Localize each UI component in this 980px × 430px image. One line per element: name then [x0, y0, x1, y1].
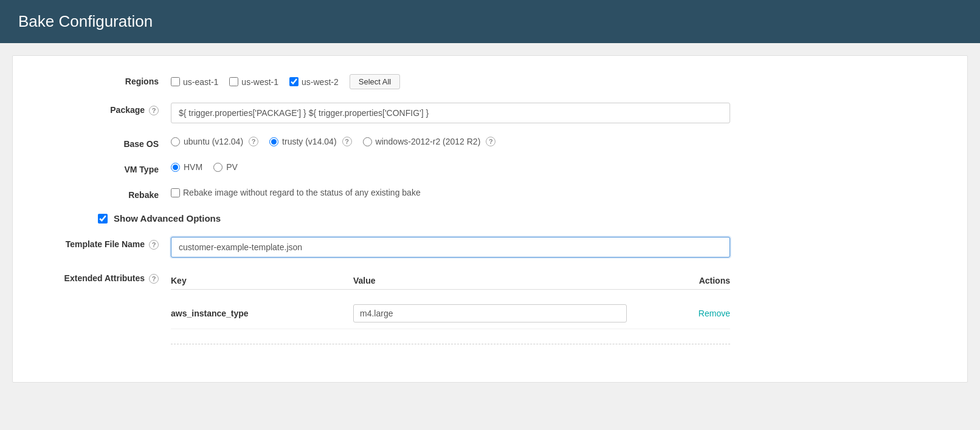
base-os-options: ubuntu (v12.04) ? trusty (v14.04) ? wind… [171, 137, 495, 146]
vm-type-pv[interactable]: PV [213, 162, 238, 172]
base-os-windows-label: windows-2012-r2 (2012 R2) [376, 137, 481, 146]
base-os-windows-help-icon[interactable]: ? [486, 137, 495, 146]
page-header: Bake Configuration [0, 0, 980, 43]
rebake-label: Rebake [37, 188, 171, 200]
vm-type-control: HVM PV [171, 162, 943, 172]
regions-options: us-east-1 us-west-1 us-west-2 Select All [171, 74, 400, 89]
base-os-trusty-radio[interactable] [269, 137, 278, 146]
base-os-ubuntu-radio[interactable] [171, 137, 180, 146]
base-os-trusty-help-icon[interactable]: ? [342, 137, 352, 146]
vm-type-row: VM Type HVM PV [37, 162, 943, 174]
attr-value-cell [353, 304, 639, 322]
package-label: Package ? [37, 103, 171, 115]
page-title: Bake Configuration [18, 12, 962, 31]
vm-type-pv-label: PV [226, 162, 238, 172]
package-row: Package ? [37, 103, 943, 123]
regions-control: us-east-1 us-west-1 us-west-2 Select All [171, 74, 943, 89]
base-os-ubuntu-help-icon[interactable]: ? [249, 137, 258, 146]
vm-type-options: HVM PV [171, 162, 238, 172]
form-container: Regions us-east-1 us-west-1 us-west-2 Se… [12, 55, 968, 383]
package-help-icon[interactable]: ? [149, 106, 159, 115]
rebake-checkbox[interactable] [171, 188, 180, 197]
rebake-checkbox-group[interactable]: Rebake image without regard to the statu… [171, 188, 421, 197]
base-os-windows-radio[interactable] [363, 137, 372, 146]
extended-attributes-help-icon[interactable]: ? [149, 274, 159, 284]
region-us-west-1[interactable]: us-west-1 [229, 77, 278, 87]
table-row: aws_instance_type Remove [171, 298, 730, 329]
region-us-west-1-label: us-west-1 [241, 77, 278, 87]
regions-label: Regions [37, 74, 171, 86]
rebake-checkbox-label: Rebake image without regard to the statu… [183, 188, 421, 197]
region-us-west-1-checkbox[interactable] [229, 77, 238, 86]
attr-key: aws_instance_type [171, 309, 353, 318]
col-header-actions: Actions [639, 276, 730, 285]
rebake-control: Rebake image without regard to the statu… [171, 188, 943, 197]
template-file-name-help-icon[interactable]: ? [149, 240, 159, 250]
base-os-windows[interactable]: windows-2012-r2 (2012 R2) ? [363, 137, 496, 146]
template-file-name-label: Template File Name ? [37, 237, 171, 250]
region-us-east-1-label: us-east-1 [183, 77, 218, 87]
region-us-west-2[interactable]: us-west-2 [289, 77, 339, 87]
base-os-label: Base OS [37, 137, 171, 149]
base-os-control: ubuntu (v12.04) ? trusty (v14.04) ? wind… [171, 137, 943, 146]
base-os-trusty[interactable]: trusty (v14.04) ? [269, 137, 351, 146]
attr-actions-cell: Remove [639, 309, 730, 318]
advanced-options-row: Show Advanced Options [37, 213, 943, 224]
col-header-key: Key [171, 276, 353, 285]
rebake-row: Rebake Rebake image without regard to th… [37, 188, 943, 200]
region-us-west-2-checkbox[interactable] [289, 77, 298, 86]
remove-attr-link[interactable]: Remove [699, 309, 730, 318]
advanced-options-checkbox[interactable] [98, 214, 108, 224]
base-os-row: Base OS ubuntu (v12.04) ? trusty (v14.04… [37, 137, 943, 149]
advanced-options-label: Show Advanced Options [114, 213, 221, 224]
vm-type-label: VM Type [37, 162, 171, 174]
select-all-button[interactable]: Select All [350, 74, 400, 89]
base-os-ubuntu-label: ubuntu (v12.04) [184, 137, 243, 146]
col-header-value: Value [353, 276, 639, 285]
region-us-east-1-checkbox[interactable] [171, 77, 180, 86]
extended-attributes-label: Extended Attributes ? [37, 271, 171, 284]
base-os-ubuntu[interactable]: ubuntu (v12.04) ? [171, 137, 258, 146]
extended-attributes-table-header: Key Value Actions [171, 271, 730, 290]
package-control [171, 103, 943, 123]
region-us-east-1[interactable]: us-east-1 [171, 77, 218, 87]
template-file-name-control [171, 237, 943, 258]
attr-value-input[interactable] [353, 304, 627, 322]
vm-type-pv-radio[interactable] [213, 163, 223, 172]
vm-type-hvm-radio[interactable] [171, 163, 180, 172]
vm-type-hvm-label: HVM [184, 162, 202, 172]
table-divider [171, 344, 730, 344]
template-file-name-row: Template File Name ? [37, 237, 943, 258]
region-us-west-2-label: us-west-2 [302, 77, 339, 87]
package-input[interactable] [171, 103, 730, 123]
vm-type-hvm[interactable]: HVM [171, 162, 202, 172]
base-os-trusty-label: trusty (v14.04) [282, 137, 336, 146]
extended-attributes-control: Key Value Actions aws_instance_type Remo… [171, 271, 943, 344]
extended-attributes-row: Extended Attributes ? Key Value Actions … [37, 271, 943, 344]
regions-row: Regions us-east-1 us-west-1 us-west-2 Se… [37, 74, 943, 89]
template-file-name-input[interactable] [171, 237, 730, 258]
